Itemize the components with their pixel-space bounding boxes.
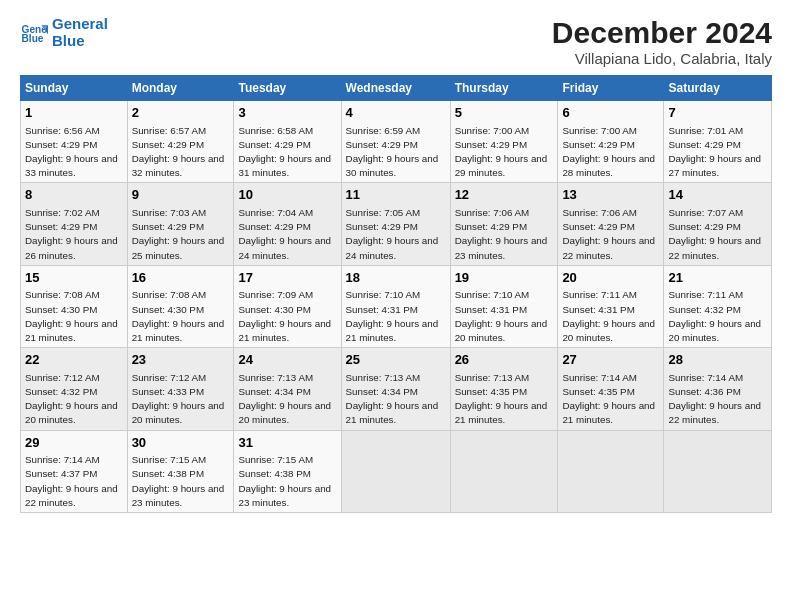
calendar-cell: 27Sunrise: 7:14 AMSunset: 4:35 PMDayligh… xyxy=(558,348,664,430)
calendar-cell: 5Sunrise: 7:00 AMSunset: 4:29 PMDaylight… xyxy=(450,101,558,183)
day-info: Sunrise: 7:00 AMSunset: 4:29 PMDaylight:… xyxy=(455,125,548,179)
day-number: 11 xyxy=(346,186,446,204)
calendar-cell: 15Sunrise: 7:08 AMSunset: 4:30 PMDayligh… xyxy=(21,265,128,347)
svg-text:Blue: Blue xyxy=(22,33,44,44)
calendar-cell: 6Sunrise: 7:00 AMSunset: 4:29 PMDaylight… xyxy=(558,101,664,183)
day-number: 21 xyxy=(668,269,767,287)
day-number: 26 xyxy=(455,351,554,369)
day-info: Sunrise: 6:56 AMSunset: 4:29 PMDaylight:… xyxy=(25,125,118,179)
calendar-cell: 16Sunrise: 7:08 AMSunset: 4:30 PMDayligh… xyxy=(127,265,234,347)
calendar-cell: 1Sunrise: 6:56 AMSunset: 4:29 PMDaylight… xyxy=(21,101,128,183)
main-title: December 2024 xyxy=(552,16,772,50)
calendar-cell: 7Sunrise: 7:01 AMSunset: 4:29 PMDaylight… xyxy=(664,101,772,183)
day-info: Sunrise: 7:01 AMSunset: 4:29 PMDaylight:… xyxy=(668,125,761,179)
title-block: December 2024 Villapiana Lido, Calabria,… xyxy=(552,16,772,67)
week-row-4: 22Sunrise: 7:12 AMSunset: 4:32 PMDayligh… xyxy=(21,348,772,430)
day-number: 30 xyxy=(132,434,230,452)
day-number: 25 xyxy=(346,351,446,369)
day-info: Sunrise: 7:15 AMSunset: 4:38 PMDaylight:… xyxy=(132,454,225,508)
week-row-3: 15Sunrise: 7:08 AMSunset: 4:30 PMDayligh… xyxy=(21,265,772,347)
day-number: 27 xyxy=(562,351,659,369)
day-number: 4 xyxy=(346,104,446,122)
day-number: 29 xyxy=(25,434,123,452)
day-info: Sunrise: 7:12 AMSunset: 4:32 PMDaylight:… xyxy=(25,372,118,426)
day-number: 16 xyxy=(132,269,230,287)
logo: General Blue General Blue xyxy=(20,16,108,49)
day-number: 3 xyxy=(238,104,336,122)
day-number: 10 xyxy=(238,186,336,204)
col-header-saturday: Saturday xyxy=(664,76,772,101)
day-info: Sunrise: 6:58 AMSunset: 4:29 PMDaylight:… xyxy=(238,125,331,179)
week-row-5: 29Sunrise: 7:14 AMSunset: 4:37 PMDayligh… xyxy=(21,430,772,512)
day-info: Sunrise: 7:09 AMSunset: 4:30 PMDaylight:… xyxy=(238,289,331,343)
day-info: Sunrise: 7:02 AMSunset: 4:29 PMDaylight:… xyxy=(25,207,118,261)
calendar-table: SundayMondayTuesdayWednesdayThursdayFrid… xyxy=(20,75,772,513)
header: General Blue General Blue December 2024 … xyxy=(20,16,772,67)
day-info: Sunrise: 7:12 AMSunset: 4:33 PMDaylight:… xyxy=(132,372,225,426)
col-header-monday: Monday xyxy=(127,76,234,101)
day-info: Sunrise: 6:59 AMSunset: 4:29 PMDaylight:… xyxy=(346,125,439,179)
day-info: Sunrise: 7:11 AMSunset: 4:32 PMDaylight:… xyxy=(668,289,761,343)
calendar-cell: 8Sunrise: 7:02 AMSunset: 4:29 PMDaylight… xyxy=(21,183,128,265)
calendar-cell xyxy=(341,430,450,512)
calendar-cell xyxy=(558,430,664,512)
day-number: 5 xyxy=(455,104,554,122)
col-header-thursday: Thursday xyxy=(450,76,558,101)
calendar-cell: 25Sunrise: 7:13 AMSunset: 4:34 PMDayligh… xyxy=(341,348,450,430)
calendar-cell: 12Sunrise: 7:06 AMSunset: 4:29 PMDayligh… xyxy=(450,183,558,265)
header-row: SundayMondayTuesdayWednesdayThursdayFrid… xyxy=(21,76,772,101)
day-number: 12 xyxy=(455,186,554,204)
day-number: 8 xyxy=(25,186,123,204)
day-number: 20 xyxy=(562,269,659,287)
calendar-cell xyxy=(664,430,772,512)
day-info: Sunrise: 7:05 AMSunset: 4:29 PMDaylight:… xyxy=(346,207,439,261)
col-header-tuesday: Tuesday xyxy=(234,76,341,101)
col-header-wednesday: Wednesday xyxy=(341,76,450,101)
day-number: 19 xyxy=(455,269,554,287)
calendar-cell: 24Sunrise: 7:13 AMSunset: 4:34 PMDayligh… xyxy=(234,348,341,430)
calendar-cell: 14Sunrise: 7:07 AMSunset: 4:29 PMDayligh… xyxy=(664,183,772,265)
calendar-cell: 31Sunrise: 7:15 AMSunset: 4:38 PMDayligh… xyxy=(234,430,341,512)
logo-blue: Blue xyxy=(52,33,108,50)
day-number: 6 xyxy=(562,104,659,122)
calendar-cell: 13Sunrise: 7:06 AMSunset: 4:29 PMDayligh… xyxy=(558,183,664,265)
day-info: Sunrise: 7:10 AMSunset: 4:31 PMDaylight:… xyxy=(455,289,548,343)
calendar-cell: 2Sunrise: 6:57 AMSunset: 4:29 PMDaylight… xyxy=(127,101,234,183)
day-info: Sunrise: 7:06 AMSunset: 4:29 PMDaylight:… xyxy=(455,207,548,261)
calendar-cell: 30Sunrise: 7:15 AMSunset: 4:38 PMDayligh… xyxy=(127,430,234,512)
day-info: Sunrise: 7:13 AMSunset: 4:34 PMDaylight:… xyxy=(346,372,439,426)
calendar-cell: 17Sunrise: 7:09 AMSunset: 4:30 PMDayligh… xyxy=(234,265,341,347)
col-header-friday: Friday xyxy=(558,76,664,101)
week-row-2: 8Sunrise: 7:02 AMSunset: 4:29 PMDaylight… xyxy=(21,183,772,265)
calendar-cell: 20Sunrise: 7:11 AMSunset: 4:31 PMDayligh… xyxy=(558,265,664,347)
day-info: Sunrise: 7:07 AMSunset: 4:29 PMDaylight:… xyxy=(668,207,761,261)
col-header-sunday: Sunday xyxy=(21,76,128,101)
day-number: 2 xyxy=(132,104,230,122)
calendar-cell: 29Sunrise: 7:14 AMSunset: 4:37 PMDayligh… xyxy=(21,430,128,512)
calendar-cell: 18Sunrise: 7:10 AMSunset: 4:31 PMDayligh… xyxy=(341,265,450,347)
calendar-cell: 19Sunrise: 7:10 AMSunset: 4:31 PMDayligh… xyxy=(450,265,558,347)
calendar-cell: 11Sunrise: 7:05 AMSunset: 4:29 PMDayligh… xyxy=(341,183,450,265)
day-info: Sunrise: 7:14 AMSunset: 4:35 PMDaylight:… xyxy=(562,372,655,426)
calendar-cell: 22Sunrise: 7:12 AMSunset: 4:32 PMDayligh… xyxy=(21,348,128,430)
day-number: 7 xyxy=(668,104,767,122)
calendar-cell: 9Sunrise: 7:03 AMSunset: 4:29 PMDaylight… xyxy=(127,183,234,265)
day-number: 13 xyxy=(562,186,659,204)
calendar-cell: 10Sunrise: 7:04 AMSunset: 4:29 PMDayligh… xyxy=(234,183,341,265)
day-info: Sunrise: 7:11 AMSunset: 4:31 PMDaylight:… xyxy=(562,289,655,343)
day-number: 15 xyxy=(25,269,123,287)
day-info: Sunrise: 7:14 AMSunset: 4:36 PMDaylight:… xyxy=(668,372,761,426)
day-info: Sunrise: 7:06 AMSunset: 4:29 PMDaylight:… xyxy=(562,207,655,261)
calendar-cell: 26Sunrise: 7:13 AMSunset: 4:35 PMDayligh… xyxy=(450,348,558,430)
calendar-cell: 3Sunrise: 6:58 AMSunset: 4:29 PMDaylight… xyxy=(234,101,341,183)
day-number: 14 xyxy=(668,186,767,204)
day-number: 28 xyxy=(668,351,767,369)
page: General Blue General Blue December 2024 … xyxy=(0,0,792,612)
day-number: 31 xyxy=(238,434,336,452)
day-number: 22 xyxy=(25,351,123,369)
day-info: Sunrise: 7:08 AMSunset: 4:30 PMDaylight:… xyxy=(25,289,118,343)
day-number: 24 xyxy=(238,351,336,369)
day-info: Sunrise: 7:00 AMSunset: 4:29 PMDaylight:… xyxy=(562,125,655,179)
logo-icon: General Blue xyxy=(20,19,48,47)
day-number: 17 xyxy=(238,269,336,287)
